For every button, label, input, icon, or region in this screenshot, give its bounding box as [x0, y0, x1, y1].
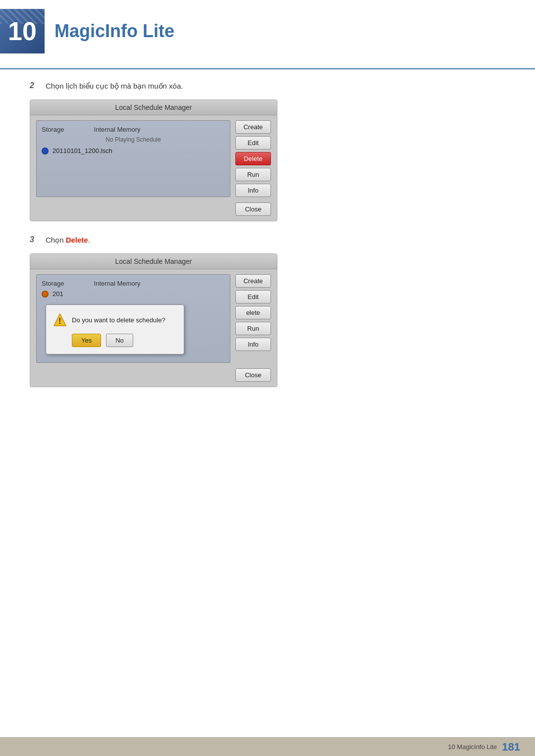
dialog2-internal-memory-label: Internal Memory — [94, 280, 141, 287]
step-3-suffix: . — [88, 236, 90, 244]
page-number: 181 — [502, 741, 520, 754]
dialog1-edit-button[interactable]: Edit — [235, 136, 271, 150]
footer-text: 10 MagicInfo Lite — [448, 743, 497, 751]
dialog2-header-row: Storage Internal Memory — [42, 280, 225, 287]
dialog2-info-button[interactable]: Info — [235, 338, 271, 351]
dialog2-schedule-partial: 201 — [53, 290, 63, 298]
dialog2-schedule-item[interactable]: 201 — [42, 290, 225, 298]
step-3-text: Chọn Delete. — [46, 235, 90, 245]
schedule-dot-icon — [42, 148, 49, 154]
step-3-number: 3 — [30, 235, 40, 244]
schedule-dot-orange-icon — [42, 291, 49, 298]
dialog2-title: Local Schedule Manager — [30, 254, 277, 269]
chapter-number: 10 — [8, 18, 37, 44]
dialog1-run-button[interactable]: Run — [235, 168, 271, 181]
dialog2-edit-button[interactable]: Edit — [235, 290, 271, 303]
svg-text:!: ! — [58, 317, 61, 325]
step-3-prefix: Chọn — [46, 236, 66, 244]
warning-icon: ! — [53, 313, 67, 327]
dialog2-body: Storage Internal Memory 201 ! Do — [30, 269, 277, 366]
confirm-message-row: ! Do you want to delete schedule? — [53, 313, 174, 327]
chapter-title: MagicInfo Lite — [54, 21, 174, 42]
dialog2-container: Local Schedule Manager Storage Internal … — [30, 253, 277, 387]
main-content: 2 Chọn lịch biểu cục bộ mà bạn muốn xóa.… — [0, 81, 535, 387]
dialog2-left-panel: Storage Internal Memory 201 ! Do — [36, 274, 230, 363]
page-header: 10 MagicInfo Lite — [0, 0, 535, 58]
confirm-yes-button[interactable]: Yes — [72, 334, 101, 347]
dialog1-info-button[interactable]: Info — [235, 184, 271, 197]
dialog1-title: Local Schedule Manager — [30, 100, 277, 115]
dialog2-right-buttons: Create Edit elete Run Info — [235, 274, 271, 363]
dialog1-body: Storage Internal Memory No Playing Sched… — [30, 115, 277, 200]
dialog2-run-button[interactable]: Run — [235, 322, 271, 335]
page-footer: 10 MagicInfo Lite 181 — [0, 737, 535, 756]
dialog1-delete-button[interactable]: Delete — [235, 152, 271, 165]
dialog2-create-button[interactable]: Create — [235, 274, 271, 288]
dialog1-close-button[interactable]: Close — [235, 202, 271, 216]
dialog1-container: Local Schedule Manager Storage Internal … — [30, 100, 277, 221]
step-3-bold: Delete — [66, 236, 88, 244]
dialog2-delete-button[interactable]: elete — [235, 306, 271, 319]
dialog2-footer: Close — [30, 366, 277, 382]
dialog1-internal-memory-label: Internal Memory — [94, 126, 141, 133]
step-2-text: Chọn lịch biểu cục bộ mà bạn muốn xóa. — [46, 81, 183, 91]
dialog1-header-row: Storage Internal Memory — [42, 126, 225, 133]
header-divider — [0, 68, 535, 69]
dialog1-footer: Close — [30, 200, 277, 216]
dialog2-close-button[interactable]: Close — [235, 368, 271, 382]
confirm-dialog: ! Do you want to delete schedule? Yes No — [46, 304, 184, 354]
dialog1-right-buttons: Create Edit Delete Run Info — [235, 120, 271, 197]
dialog1-create-button[interactable]: Create — [235, 120, 271, 134]
dialog1-storage-label: Storage — [42, 126, 64, 133]
chapter-number-block: 10 — [0, 9, 45, 53]
confirm-no-button[interactable]: No — [106, 334, 133, 347]
dialog1-no-playing: No Playing Schedule — [42, 136, 225, 143]
confirm-buttons: Yes No — [53, 334, 174, 347]
dialog1-left-panel: Storage Internal Memory No Playing Sched… — [36, 120, 230, 197]
dialog1-schedule-item[interactable]: 20110101_1200.lsch — [42, 147, 225, 154]
step-2-number: 2 — [30, 81, 40, 90]
step-3: 3 Chọn Delete. — [30, 235, 505, 245]
confirm-message-text: Do you want to delete schedule? — [72, 316, 165, 324]
step-2: 2 Chọn lịch biểu cục bộ mà bạn muốn xóa. — [30, 81, 505, 91]
dialog2-storage-label: Storage — [42, 280, 64, 287]
dialog1-schedule-filename: 20110101_1200.lsch — [53, 147, 112, 154]
